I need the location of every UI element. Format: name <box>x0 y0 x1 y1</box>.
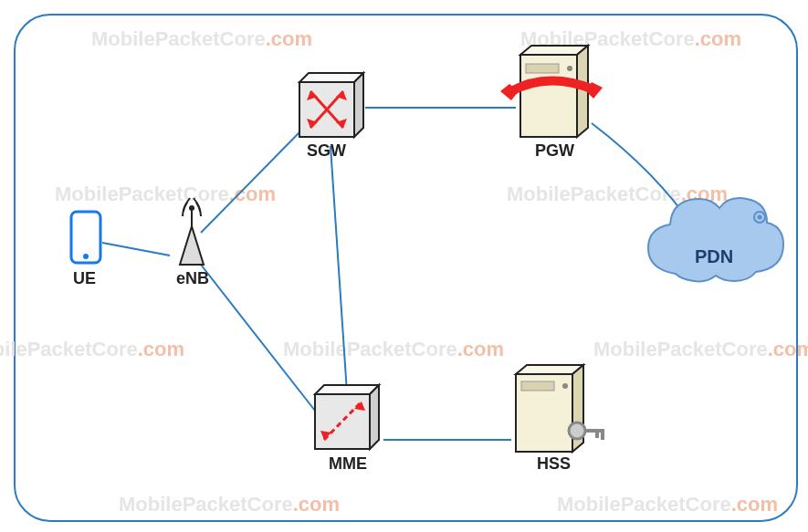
svg-rect-16 <box>526 64 559 73</box>
enb-label: eNB <box>176 269 209 288</box>
svg-rect-29 <box>521 381 554 391</box>
mme-label: MME <box>329 454 367 474</box>
pdn-label: PDN <box>695 246 733 266</box>
link-enb-sgw <box>201 132 299 233</box>
sgw-label: SGW <box>307 141 346 161</box>
svg-point-30 <box>562 383 568 389</box>
svg-marker-20 <box>315 385 379 394</box>
link-ue-enb <box>102 243 170 256</box>
diagram-svg: PDN <box>0 0 808 532</box>
svg-point-31 <box>569 422 585 439</box>
ue-icon <box>71 212 100 263</box>
svg-marker-4 <box>299 73 363 82</box>
hss-label: HSS <box>537 454 571 474</box>
link-sgw-mme <box>331 146 347 392</box>
ue-label: UE <box>73 269 96 288</box>
pgw-icon <box>500 46 603 137</box>
svg-point-1 <box>83 254 89 259</box>
svg-point-2 <box>189 205 194 211</box>
enb-icon <box>180 198 204 265</box>
hss-icon <box>516 365 604 452</box>
pgw-label: PGW <box>535 141 574 161</box>
mme-icon <box>315 385 379 449</box>
link-enb-mme <box>201 265 315 411</box>
svg-marker-5 <box>354 73 363 137</box>
pdn-icon: PDN <box>648 198 783 281</box>
svg-point-17 <box>567 66 572 71</box>
svg-point-36 <box>758 215 762 220</box>
sgw-icon <box>299 73 363 137</box>
svg-marker-21 <box>370 385 379 449</box>
